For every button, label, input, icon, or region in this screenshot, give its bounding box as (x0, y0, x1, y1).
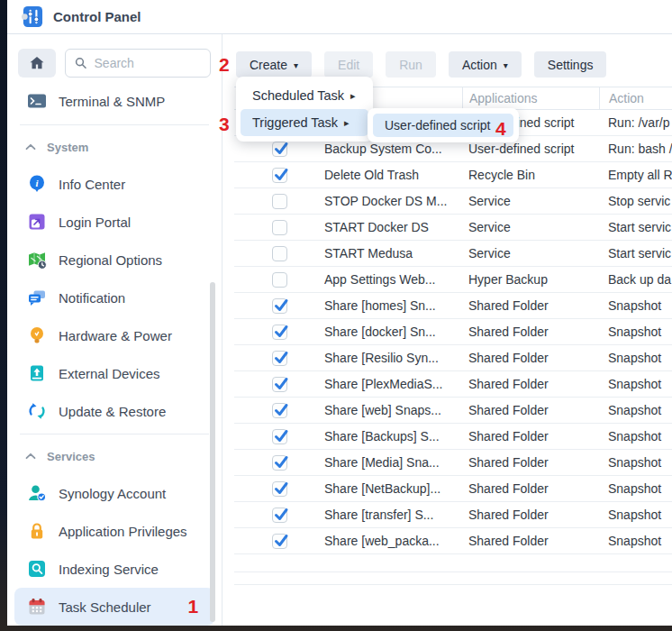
row-checkbox[interactable] (272, 325, 287, 340)
cell-name: Share [homes] Sn... (324, 293, 462, 318)
cell-application: Shared Folder (462, 450, 599, 475)
settings-button[interactable]: Settings (534, 51, 607, 78)
row-checkbox[interactable] (272, 481, 287, 497)
menu-item-user-defined-script[interactable]: User-defined script (373, 114, 513, 137)
sidebar-item-terminal-snmp[interactable]: Terminal & SNMP (14, 81, 214, 121)
home-button[interactable] (18, 49, 56, 78)
menu-item-label: Scheduled Task (252, 88, 344, 103)
sidebar-item-hardware-power[interactable]: Hardware & Power (14, 316, 214, 354)
table-row[interactable]: Share [NetBackup]... Shared Folder Snaps… (234, 476, 672, 502)
cell-name: Delete Old Trash (324, 162, 462, 187)
table-row[interactable]: Delete Old Trash Recycle Bin Empty all R (234, 162, 672, 188)
menu-item-scheduled-task[interactable]: Scheduled Task ▸ (241, 82, 368, 109)
cell-name: Share [transfer] S... (324, 502, 462, 527)
check-icon (274, 378, 288, 391)
sidebar-section-system[interactable]: System (7, 129, 222, 165)
terminal-icon (27, 91, 47, 111)
table-row[interactable]: Share [Resilio Syn... Shared Folder Snap… (234, 345, 672, 371)
edit-button[interactable]: Edit (324, 51, 373, 78)
table-body: User-defined script Run: /var/p Backup S… (234, 110, 672, 554)
table-row[interactable]: App Settings Web... Hyper Backup Back up… (234, 267, 672, 293)
header-applications[interactable]: Applications (462, 87, 599, 109)
cell-application: Shared Folder (462, 371, 599, 397)
caret-down-icon: ▾ (504, 61, 508, 70)
annotation-1: 1 (188, 596, 199, 617)
section-label: Services (47, 450, 95, 463)
sidebar-scrollbar-thumb[interactable] (210, 282, 215, 622)
content-panel: Create ▾ Edit Run Action ▾ Settings (222, 34, 672, 626)
caret-down-icon: ▾ (294, 61, 298, 70)
table-row[interactable]: START Docker DS Service Start servic (234, 215, 672, 241)
row-checkbox[interactable] (272, 168, 287, 183)
row-checkbox[interactable] (272, 220, 287, 235)
sidebar-item-regional-options[interactable]: Regional Options (14, 241, 214, 279)
table-row[interactable]: Share [transfer] S... Shared Folder Snap… (234, 502, 672, 528)
cell-name: Share [Backups] S... (324, 424, 462, 449)
cell-application: Shared Folder (462, 398, 599, 423)
sidebar-item-info-center[interactable]: i Info Center (14, 165, 214, 203)
table-row[interactable]: Share [Media] Sna... Shared Folder Snaps… (234, 450, 672, 476)
row-checkbox[interactable] (272, 194, 287, 209)
table-footer-row (234, 554, 672, 572)
cell-action: Snapshot (599, 476, 672, 501)
cell-action: Back up da (599, 267, 672, 292)
table-row[interactable]: Share [Backups] S... Shared Folder Snaps… (234, 424, 672, 450)
header-action[interactable]: Action (599, 87, 672, 109)
annotation-4: 4 (495, 119, 506, 138)
row-checkbox[interactable] (272, 246, 287, 261)
button-label: Settings (548, 58, 594, 72)
row-checkbox[interactable] (272, 142, 287, 157)
task-scheduler-icon (27, 597, 47, 617)
table-row[interactable]: Share [homes] Sn... Shared Folder Snapsh… (234, 293, 672, 319)
table-row[interactable]: Share [web] Snaps... Shared Folder Snaps… (234, 398, 672, 424)
check-icon (274, 482, 288, 496)
sidebar-item-label: Synology Account (59, 486, 166, 501)
action-button[interactable]: Action ▾ (449, 51, 522, 78)
check-icon (274, 430, 288, 444)
sidebar-item-update-restore[interactable]: Update & Restore (14, 392, 214, 430)
menu-item-triggered-task[interactable]: Triggered Task ▸ (241, 109, 368, 136)
sidebar-item-external-devices[interactable]: External Devices (14, 354, 214, 392)
row-checkbox[interactable] (272, 534, 287, 549)
table-row[interactable]: Share [web_packa... Shared Folder Snapsh… (234, 528, 672, 554)
table-row[interactable]: Share [PlexMediaS... Shared Folder Snaps… (234, 371, 672, 398)
row-checkbox[interactable] (272, 272, 287, 288)
sidebar-item-application-privileges[interactable]: Application Privileges (14, 512, 214, 550)
home-icon (28, 54, 46, 72)
cell-application: Recycle Bin (462, 162, 599, 187)
check-icon (274, 456, 288, 470)
submenu-arrow-icon: ▸ (350, 90, 356, 102)
row-checkbox[interactable] (272, 455, 287, 471)
sidebar-item-notification[interactable]: Notification (14, 279, 214, 316)
row-checkbox[interactable] (272, 403, 287, 418)
table-row[interactable]: Share [docker] Sn... Shared Folder Snaps… (234, 319, 672, 345)
control-panel-window: Control Panel (7, 0, 672, 626)
page-title: Control Panel (53, 9, 141, 24)
cell-action: Snapshot (599, 424, 672, 449)
sidebar-item-label: Info Center (59, 177, 125, 192)
cell-application: Service (462, 241, 599, 266)
row-checkbox[interactable] (272, 298, 287, 314)
table-row[interactable]: STOP Docker DS M... Service Stop servic (234, 188, 672, 215)
row-checkbox[interactable] (272, 508, 287, 523)
create-button[interactable]: Create ▾ (236, 51, 312, 78)
check-icon (274, 404, 288, 417)
row-checkbox[interactable] (272, 429, 287, 444)
login-portal-icon (27, 212, 47, 232)
sidebar-item-indexing-service[interactable]: Indexing Service (14, 550, 214, 588)
sidebar-section-services[interactable]: Services (7, 438, 222, 474)
search-input[interactable] (95, 56, 201, 70)
regional-options-icon (27, 250, 47, 270)
table-row[interactable]: START Medusa Service Start servic (234, 241, 672, 267)
sidebar-item-synology-account[interactable]: Synology Account (14, 474, 214, 512)
control-panel-icon (21, 5, 43, 28)
run-button[interactable]: Run (386, 51, 436, 78)
sidebar-item-login-portal[interactable]: Login Portal (14, 203, 214, 241)
check-icon (274, 508, 288, 522)
search-box[interactable] (65, 49, 211, 78)
cell-name: Share [Resilio Syn... (324, 345, 462, 370)
row-checkbox[interactable] (272, 351, 287, 366)
row-checkbox[interactable] (272, 377, 287, 392)
sidebar-item-task-scheduler[interactable]: Task Scheduler 1 (14, 588, 214, 626)
check-icon (274, 169, 288, 182)
